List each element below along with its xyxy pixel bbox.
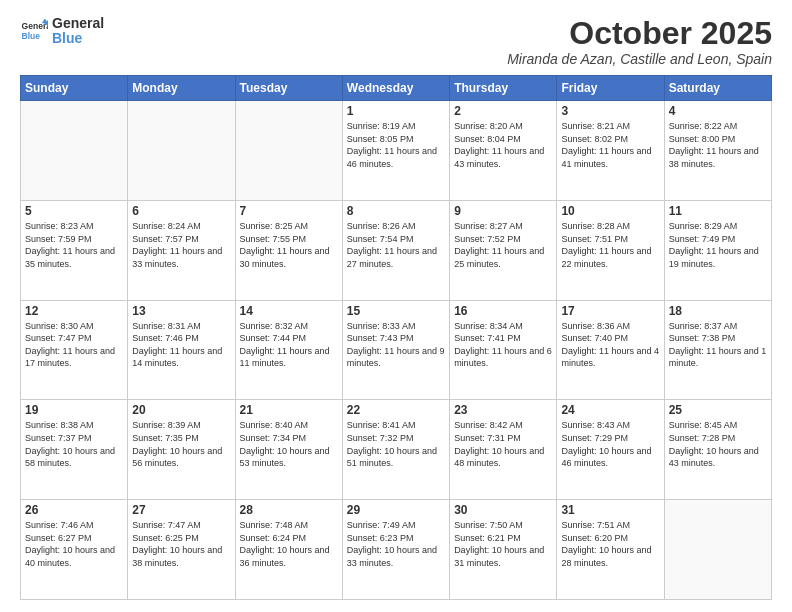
day-number: 25 xyxy=(669,403,767,417)
day-number: 18 xyxy=(669,304,767,318)
col-friday: Friday xyxy=(557,76,664,101)
day-info: Sunrise: 8:45 AM Sunset: 7:28 PM Dayligh… xyxy=(669,419,767,469)
day-info: Sunrise: 7:51 AM Sunset: 6:20 PM Dayligh… xyxy=(561,519,659,569)
day-info: Sunrise: 8:37 AM Sunset: 7:38 PM Dayligh… xyxy=(669,320,767,370)
calendar-title: October 2025 xyxy=(507,16,772,51)
calendar-table: Sunday Monday Tuesday Wednesday Thursday… xyxy=(20,75,772,600)
day-cell-2-5: 17Sunrise: 8:36 AM Sunset: 7:40 PM Dayli… xyxy=(557,300,664,400)
day-cell-1-1: 6Sunrise: 8:24 AM Sunset: 7:57 PM Daylig… xyxy=(128,200,235,300)
day-number: 31 xyxy=(561,503,659,517)
day-info: Sunrise: 8:26 AM Sunset: 7:54 PM Dayligh… xyxy=(347,220,445,270)
col-thursday: Thursday xyxy=(450,76,557,101)
day-number: 10 xyxy=(561,204,659,218)
day-info: Sunrise: 7:48 AM Sunset: 6:24 PM Dayligh… xyxy=(240,519,338,569)
title-block: October 2025 Miranda de Azan, Castille a… xyxy=(507,16,772,67)
day-number: 22 xyxy=(347,403,445,417)
day-number: 17 xyxy=(561,304,659,318)
day-info: Sunrise: 8:33 AM Sunset: 7:43 PM Dayligh… xyxy=(347,320,445,370)
day-cell-2-6: 18Sunrise: 8:37 AM Sunset: 7:38 PM Dayli… xyxy=(664,300,771,400)
svg-text:Blue: Blue xyxy=(22,31,41,41)
day-number: 23 xyxy=(454,403,552,417)
day-cell-0-3: 1Sunrise: 8:19 AM Sunset: 8:05 PM Daylig… xyxy=(342,101,449,201)
day-info: Sunrise: 7:47 AM Sunset: 6:25 PM Dayligh… xyxy=(132,519,230,569)
logo-text1: General xyxy=(52,16,104,31)
day-number: 6 xyxy=(132,204,230,218)
day-cell-0-5: 3Sunrise: 8:21 AM Sunset: 8:02 PM Daylig… xyxy=(557,101,664,201)
day-number: 26 xyxy=(25,503,123,517)
day-cell-2-3: 15Sunrise: 8:33 AM Sunset: 7:43 PM Dayli… xyxy=(342,300,449,400)
day-cell-3-2: 21Sunrise: 8:40 AM Sunset: 7:34 PM Dayli… xyxy=(235,400,342,500)
logo-icon: General Blue xyxy=(20,17,48,45)
day-cell-1-2: 7Sunrise: 8:25 AM Sunset: 7:55 PM Daylig… xyxy=(235,200,342,300)
day-cell-4-3: 29Sunrise: 7:49 AM Sunset: 6:23 PM Dayli… xyxy=(342,500,449,600)
day-cell-2-0: 12Sunrise: 8:30 AM Sunset: 7:47 PM Dayli… xyxy=(21,300,128,400)
header: General Blue General Blue October 2025 M… xyxy=(20,16,772,67)
logo: General Blue General Blue xyxy=(20,16,104,47)
day-number: 5 xyxy=(25,204,123,218)
col-saturday: Saturday xyxy=(664,76,771,101)
day-cell-3-5: 24Sunrise: 8:43 AM Sunset: 7:29 PM Dayli… xyxy=(557,400,664,500)
day-cell-0-0 xyxy=(21,101,128,201)
day-number: 19 xyxy=(25,403,123,417)
day-number: 15 xyxy=(347,304,445,318)
day-info: Sunrise: 8:30 AM Sunset: 7:47 PM Dayligh… xyxy=(25,320,123,370)
col-tuesday: Tuesday xyxy=(235,76,342,101)
day-info: Sunrise: 8:22 AM Sunset: 8:00 PM Dayligh… xyxy=(669,120,767,170)
day-info: Sunrise: 7:50 AM Sunset: 6:21 PM Dayligh… xyxy=(454,519,552,569)
day-cell-0-4: 2Sunrise: 8:20 AM Sunset: 8:04 PM Daylig… xyxy=(450,101,557,201)
day-number: 13 xyxy=(132,304,230,318)
day-number: 1 xyxy=(347,104,445,118)
day-info: Sunrise: 8:23 AM Sunset: 7:59 PM Dayligh… xyxy=(25,220,123,270)
col-sunday: Sunday xyxy=(21,76,128,101)
day-info: Sunrise: 8:41 AM Sunset: 7:32 PM Dayligh… xyxy=(347,419,445,469)
day-number: 2 xyxy=(454,104,552,118)
day-cell-2-1: 13Sunrise: 8:31 AM Sunset: 7:46 PM Dayli… xyxy=(128,300,235,400)
day-info: Sunrise: 8:38 AM Sunset: 7:37 PM Dayligh… xyxy=(25,419,123,469)
day-cell-4-2: 28Sunrise: 7:48 AM Sunset: 6:24 PM Dayli… xyxy=(235,500,342,600)
calendar-subtitle: Miranda de Azan, Castille and Leon, Spai… xyxy=(507,51,772,67)
day-info: Sunrise: 8:21 AM Sunset: 8:02 PM Dayligh… xyxy=(561,120,659,170)
day-info: Sunrise: 7:49 AM Sunset: 6:23 PM Dayligh… xyxy=(347,519,445,569)
day-info: Sunrise: 8:25 AM Sunset: 7:55 PM Dayligh… xyxy=(240,220,338,270)
week-row-1: 1Sunrise: 8:19 AM Sunset: 8:05 PM Daylig… xyxy=(21,101,772,201)
day-number: 8 xyxy=(347,204,445,218)
week-row-3: 12Sunrise: 8:30 AM Sunset: 7:47 PM Dayli… xyxy=(21,300,772,400)
day-cell-1-6: 11Sunrise: 8:29 AM Sunset: 7:49 PM Dayli… xyxy=(664,200,771,300)
day-cell-4-1: 27Sunrise: 7:47 AM Sunset: 6:25 PM Dayli… xyxy=(128,500,235,600)
day-info: Sunrise: 7:46 AM Sunset: 6:27 PM Dayligh… xyxy=(25,519,123,569)
day-number: 16 xyxy=(454,304,552,318)
day-info: Sunrise: 8:19 AM Sunset: 8:05 PM Dayligh… xyxy=(347,120,445,170)
day-info: Sunrise: 8:29 AM Sunset: 7:49 PM Dayligh… xyxy=(669,220,767,270)
day-number: 21 xyxy=(240,403,338,417)
day-number: 27 xyxy=(132,503,230,517)
day-number: 24 xyxy=(561,403,659,417)
page: General Blue General Blue October 2025 M… xyxy=(0,0,792,612)
day-cell-4-6 xyxy=(664,500,771,600)
day-number: 14 xyxy=(240,304,338,318)
day-number: 7 xyxy=(240,204,338,218)
logo-text2: Blue xyxy=(52,30,82,46)
day-info: Sunrise: 8:28 AM Sunset: 7:51 PM Dayligh… xyxy=(561,220,659,270)
day-cell-2-2: 14Sunrise: 8:32 AM Sunset: 7:44 PM Dayli… xyxy=(235,300,342,400)
day-cell-3-0: 19Sunrise: 8:38 AM Sunset: 7:37 PM Dayli… xyxy=(21,400,128,500)
logo-text: General Blue xyxy=(52,16,104,47)
day-cell-2-4: 16Sunrise: 8:34 AM Sunset: 7:41 PM Dayli… xyxy=(450,300,557,400)
day-info: Sunrise: 8:27 AM Sunset: 7:52 PM Dayligh… xyxy=(454,220,552,270)
day-info: Sunrise: 8:24 AM Sunset: 7:57 PM Dayligh… xyxy=(132,220,230,270)
day-number: 11 xyxy=(669,204,767,218)
day-number: 29 xyxy=(347,503,445,517)
day-cell-4-0: 26Sunrise: 7:46 AM Sunset: 6:27 PM Dayli… xyxy=(21,500,128,600)
day-info: Sunrise: 8:20 AM Sunset: 8:04 PM Dayligh… xyxy=(454,120,552,170)
day-number: 20 xyxy=(132,403,230,417)
day-info: Sunrise: 8:31 AM Sunset: 7:46 PM Dayligh… xyxy=(132,320,230,370)
header-row: Sunday Monday Tuesday Wednesday Thursday… xyxy=(21,76,772,101)
day-cell-0-1 xyxy=(128,101,235,201)
day-cell-1-5: 10Sunrise: 8:28 AM Sunset: 7:51 PM Dayli… xyxy=(557,200,664,300)
day-cell-0-6: 4Sunrise: 8:22 AM Sunset: 8:00 PM Daylig… xyxy=(664,101,771,201)
week-row-4: 19Sunrise: 8:38 AM Sunset: 7:37 PM Dayli… xyxy=(21,400,772,500)
day-cell-3-4: 23Sunrise: 8:42 AM Sunset: 7:31 PM Dayli… xyxy=(450,400,557,500)
day-info: Sunrise: 8:42 AM Sunset: 7:31 PM Dayligh… xyxy=(454,419,552,469)
day-number: 4 xyxy=(669,104,767,118)
day-cell-4-4: 30Sunrise: 7:50 AM Sunset: 6:21 PM Dayli… xyxy=(450,500,557,600)
day-cell-3-6: 25Sunrise: 8:45 AM Sunset: 7:28 PM Dayli… xyxy=(664,400,771,500)
